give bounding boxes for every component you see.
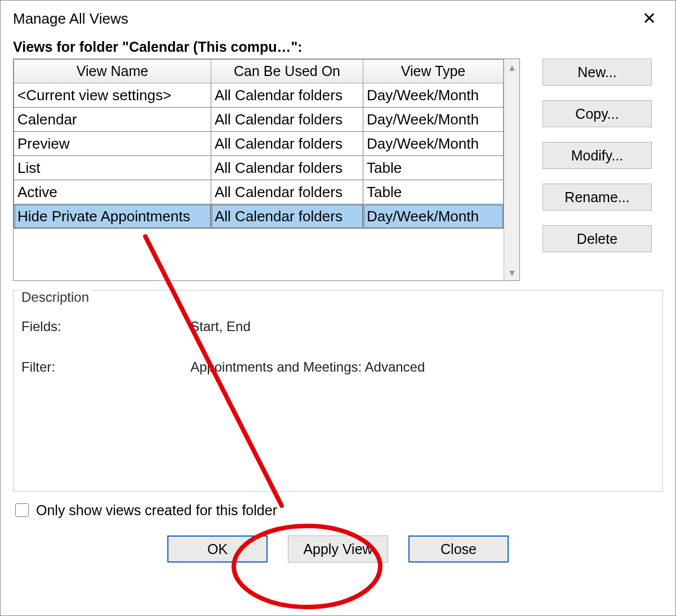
table-cell: Day/Week/Month [363, 204, 504, 229]
scroll-down-icon[interactable]: ▾ [509, 267, 515, 278]
description-groupbox: Description Fields: Start, End Filter: A… [13, 290, 663, 492]
only-show-views-checkbox[interactable] [15, 503, 29, 517]
filter-value: Appointments and Meetings: Advanced [190, 359, 425, 375]
table-cell: All Calendar folders [211, 180, 363, 204]
col-can-be-used-on[interactable]: Can Be Used On [211, 60, 363, 83]
rename-button[interactable]: Rename... [542, 184, 652, 211]
col-view-name[interactable]: View Name [14, 60, 211, 83]
modify-button[interactable]: Modify... [542, 142, 652, 169]
manage-all-views-dialog: Manage All Views ✕ Views for folder "Cal… [0, 0, 676, 616]
close-icon[interactable]: ✕ [635, 8, 663, 29]
views-table[interactable]: View Name Can Be Used On View Type <Curr… [14, 59, 504, 280]
col-view-type[interactable]: View Type [363, 60, 504, 83]
filter-label: Filter: [21, 359, 190, 375]
description-legend: Description [21, 289, 92, 305]
table-cell: All Calendar folders [211, 156, 363, 180]
table-row[interactable]: ListAll Calendar foldersTable [14, 156, 504, 180]
delete-button[interactable]: Delete [542, 225, 652, 252]
table-cell: Day/Week/Month [363, 83, 504, 108]
table-cell: Table [363, 156, 504, 180]
new-button[interactable]: New... [542, 59, 652, 86]
table-cell: Table [363, 180, 504, 204]
table-cell: All Calendar folders [211, 83, 363, 108]
table-header-row: View Name Can Be Used On View Type [14, 60, 504, 83]
apply-view-button[interactable]: Apply View [288, 535, 388, 563]
table-row[interactable]: Hide Private AppointmentsAll Calendar fo… [14, 204, 504, 229]
table-cell: Hide Private Appointments [14, 204, 211, 229]
table-cell: Day/Week/Month [363, 132, 504, 156]
fields-value: Start, End [190, 319, 251, 334]
views-for-folder-label: Views for folder "Calendar (This compu…"… [1, 37, 675, 59]
table-cell: <Current view settings> [14, 83, 211, 108]
dialog-bottom-buttons: OK Apply View Close [1, 535, 675, 563]
table-cell: List [14, 156, 211, 180]
table-row[interactable]: PreviewAll Calendar foldersDay/Week/Mont… [14, 132, 504, 156]
table-cell: Active [14, 180, 211, 204]
table-cell: Calendar [14, 108, 211, 132]
dialog-title: Manage All Views [13, 10, 128, 28]
main-content-row: View Name Can Be Used On View Type <Curr… [1, 59, 675, 281]
side-button-stack: New... Copy... Modify... Rename... Delet… [542, 59, 652, 252]
table-row[interactable]: <Current view settings>All Calendar fold… [14, 83, 504, 108]
fields-label: Fields: [21, 319, 190, 334]
table-row[interactable]: CalendarAll Calendar foldersDay/Week/Mon… [14, 108, 504, 132]
table-cell: All Calendar folders [211, 132, 363, 156]
dialog-titlebar: Manage All Views ✕ [1, 1, 675, 37]
table-vertical-scrollbar[interactable]: ▴ ▾ [504, 59, 519, 280]
views-table-container: View Name Can Be Used On View Type <Curr… [13, 59, 520, 281]
table-row[interactable]: ActiveAll Calendar foldersTable [14, 180, 504, 204]
only-show-views-label: Only show views created for this folder [36, 502, 277, 519]
ok-button[interactable]: OK [167, 535, 268, 563]
copy-button[interactable]: Copy... [542, 100, 652, 127]
scroll-up-icon[interactable]: ▴ [509, 61, 515, 73]
close-button[interactable]: Close [408, 535, 509, 563]
table-cell: Preview [14, 132, 211, 156]
table-cell: All Calendar folders [211, 108, 363, 132]
table-cell: Day/Week/Month [363, 108, 504, 132]
only-show-views-checkbox-row[interactable]: Only show views created for this folder [1, 492, 675, 519]
table-cell: All Calendar folders [211, 204, 363, 229]
